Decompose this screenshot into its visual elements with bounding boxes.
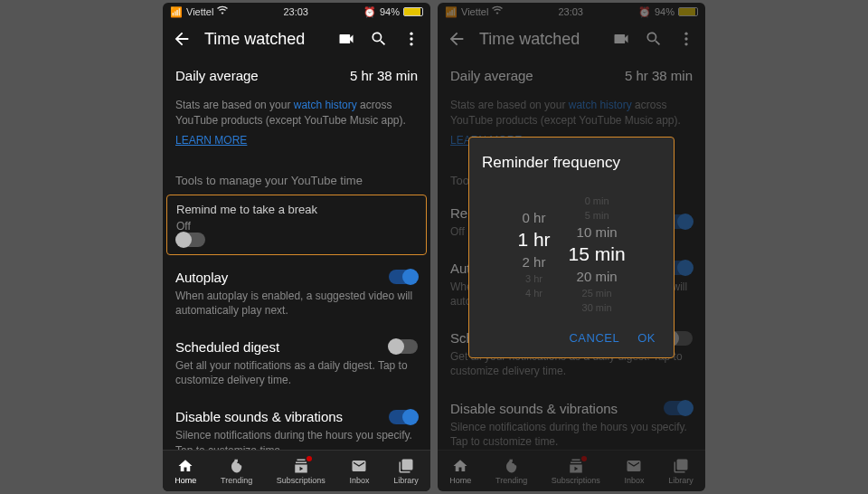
daily-average-value: 5 hr 38 min: [625, 68, 693, 83]
disable-sv-toggle[interactable]: [389, 410, 418, 424]
ok-button[interactable]: OK: [637, 331, 656, 345]
mins-picker[interactable]: 0 min 5 min 10 min 15 min 20 min 25 min …: [569, 195, 626, 313]
battery-icon: [678, 7, 698, 16]
disable-sv-toggle[interactable]: [664, 401, 693, 415]
svg-point-0: [410, 33, 412, 35]
remind-break-sub: Off: [176, 220, 417, 233]
camera-icon[interactable]: [336, 29, 356, 49]
nav-home[interactable]: Home: [449, 458, 471, 485]
hours-picker[interactable]: 0 hr 1 hr 2 hr 3 hr 4 hr: [517, 210, 550, 299]
learn-more-link[interactable]: LEARN MORE: [175, 134, 418, 147]
search-icon[interactable]: [644, 29, 664, 49]
nav-trending-label: Trending: [221, 476, 252, 485]
phone-left: 📶 Viettel 23:03 ⏰ 94% Time watched: [163, 3, 430, 491]
disable-sv-sub: Silence notifications during the hours y…: [450, 420, 693, 449]
app-bar: Time watched: [163, 21, 430, 57]
nav-library[interactable]: Library: [393, 458, 419, 485]
disable-sv-setting[interactable]: Disable sounds & vibrations Silence noti…: [175, 398, 418, 450]
signal-icon: 📶: [445, 6, 458, 18]
carrier-name: Viettel: [461, 6, 488, 17]
nav-trending[interactable]: Trending: [221, 458, 252, 485]
home-icon: [176, 458, 194, 474]
wifi-icon: [217, 5, 228, 18]
clock: 23:03: [283, 6, 308, 17]
nav-subs[interactable]: Subscriptions: [552, 458, 600, 485]
time-picker[interactable]: 0 hr 1 hr 2 hr 3 hr 4 hr 0 min 5 min 10 …: [482, 186, 661, 322]
autoplay-toggle[interactable]: [389, 270, 418, 284]
nav-subs[interactable]: Subscriptions: [277, 458, 326, 485]
stats-description: Stats are based on your watch history ac…: [450, 98, 693, 128]
inbox-icon: [625, 458, 643, 474]
carrier-name: Viettel: [186, 6, 213, 17]
nav-subs-label: Subscriptions: [552, 476, 600, 485]
battery-icon: [403, 7, 423, 16]
bottom-nav: Home Trending Subscriptions Inbox Librar…: [438, 450, 705, 491]
autoplay-setting[interactable]: Autoplay When autoplay is enabled, a sug…: [175, 259, 418, 328]
nav-library[interactable]: Library: [668, 458, 693, 485]
remind-break-title: Remind me to take a break: [176, 203, 417, 216]
signal-icon: 📶: [170, 6, 183, 18]
autoplay-sub: When autoplay is enabled, a suggested vi…: [175, 289, 418, 318]
digest-setting[interactable]: Scheduled digest Get all your notificati…: [175, 328, 418, 398]
digest-toggle[interactable]: [389, 339, 418, 354]
search-icon[interactable]: [369, 29, 389, 49]
digest-sub: Get all your notifications as a daily di…: [175, 358, 418, 387]
nav-library-label: Library: [393, 476, 419, 485]
dialog-title: Reminder frequency: [482, 154, 661, 172]
page-title: Time watched: [479, 30, 599, 49]
wifi-icon: [492, 5, 503, 18]
alarm-icon: ⏰: [363, 6, 376, 18]
svg-point-1: [410, 37, 412, 40]
svg-point-5: [684, 43, 687, 45]
nav-trending-label: Trending: [495, 476, 527, 485]
overflow-icon[interactable]: [401, 29, 421, 49]
daily-average-value: 5 hr 38 min: [350, 68, 418, 83]
nav-inbox-label: Inbox: [624, 476, 644, 485]
remind-break-setting-highlight: Remind me to take a break Off: [166, 195, 427, 255]
camera-icon[interactable]: [611, 29, 631, 49]
daily-average-row: Daily average 5 hr 38 min: [175, 57, 418, 94]
back-icon[interactable]: [447, 29, 467, 49]
nav-home-label: Home: [449, 476, 471, 485]
disable-sv-title: Disable sounds & vibrations: [175, 409, 343, 424]
status-bar: 📶 Viettel 23:03 ⏰ 94%: [163, 3, 430, 21]
status-bar: 📶 Viettel 23:03 ⏰ 94%: [438, 3, 705, 21]
daily-average-label: Daily average: [175, 68, 259, 83]
cancel-button[interactable]: CANCEL: [569, 331, 619, 345]
daily-average-row: Daily average 5 hr 38 min: [450, 57, 693, 94]
disable-sv-setting[interactable]: Disable sounds & vibrations Silence noti…: [450, 390, 693, 450]
phone-right: 📶 Viettel 23:03 ⏰ 94% Time watched: [438, 3, 705, 491]
svg-point-3: [684, 33, 687, 35]
remind-break-toggle[interactable]: [176, 233, 205, 247]
nav-library-label: Library: [668, 476, 693, 485]
reminder-frequency-dialog: Reminder frequency 0 hr 1 hr 2 hr 3 hr 4…: [468, 137, 675, 358]
clock: 23:03: [558, 6, 583, 17]
autoplay-title: Autoplay: [175, 270, 228, 285]
back-icon[interactable]: [172, 29, 192, 49]
nav-subs-label: Subscriptions: [277, 476, 326, 485]
nav-inbox[interactable]: Inbox: [349, 458, 369, 485]
overflow-icon[interactable]: [676, 29, 696, 49]
library-icon: [397, 458, 415, 474]
page-title: Time watched: [204, 30, 324, 49]
tools-section-header: Tools to manage your YouTube time: [175, 174, 418, 187]
svg-point-4: [684, 37, 687, 40]
disable-sv-sub: Silence notifications during the hours y…: [175, 428, 418, 450]
nav-inbox-label: Inbox: [349, 476, 369, 485]
nav-inbox[interactable]: Inbox: [624, 458, 644, 485]
disable-sv-title: Disable sounds & vibrations: [450, 401, 618, 416]
battery-pct: 94%: [655, 6, 675, 17]
inbox-icon: [350, 458, 368, 474]
svg-point-2: [410, 43, 412, 45]
nav-trending[interactable]: Trending: [495, 458, 527, 485]
watch-history-link[interactable]: watch history: [569, 99, 632, 111]
digest-title: Scheduled digest: [175, 339, 279, 355]
daily-average-label: Daily average: [450, 68, 533, 83]
watch-history-link[interactable]: watch history: [294, 99, 357, 111]
trending-icon: [228, 458, 246, 474]
trending-icon: [503, 458, 521, 474]
nav-home[interactable]: Home: [175, 458, 196, 485]
alarm-icon: ⏰: [638, 6, 651, 18]
nav-home-label: Home: [175, 476, 196, 485]
home-icon: [451, 458, 469, 474]
